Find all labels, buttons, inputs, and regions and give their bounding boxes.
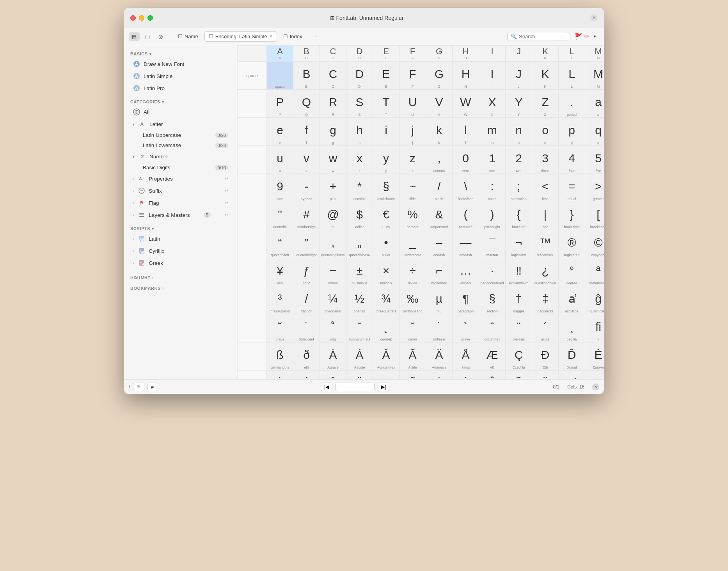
glyph-cell[interactable]: ŁLslash (373, 371, 400, 379)
glyph-cell[interactable]: vv (293, 146, 320, 174)
glyph-cell[interactable]: ‐hyphen (293, 174, 320, 202)
glyph-cell[interactable]: :colon (479, 174, 506, 202)
glyph-cell[interactable]: EE (373, 62, 400, 90)
glyph-cell[interactable]: ,comma (426, 146, 453, 174)
glyph-cell[interactable]: uu (267, 146, 293, 174)
glyph-cell[interactable]: ÔOcircumflex (479, 371, 506, 379)
glyph-cell[interactable]: ¬logicalnot (506, 230, 532, 258)
glyph-cell[interactable]: 5five (585, 146, 604, 174)
glyph-cell[interactable]: ;semicolon (506, 174, 532, 202)
glyph-cell[interactable]: ÄAdieresis (426, 342, 453, 371)
glyph-cell[interactable]: µmu (426, 286, 453, 314)
glyph-cell[interactable]: FF (400, 62, 426, 90)
glyph-cell[interactable]: ðeth (293, 342, 320, 371)
glyph-cell[interactable]: ³threesuperior (267, 286, 293, 314)
glyph-cell[interactable]: ×multiply (373, 258, 400, 286)
glyph-cell[interactable]: ¿questiondown (532, 258, 559, 286)
glyph-cell[interactable]: /fraction (293, 286, 320, 314)
sidebar-item-layers-masters[interactable]: › Layers & Masters 5 ↩ (126, 209, 234, 221)
statusbar-close-icon[interactable]: ✕ (592, 383, 599, 390)
glyph-cell[interactable]: ÷divide (400, 258, 426, 286)
sidebar-item-basic-digits[interactable]: Basic Digits 0/10 (126, 163, 234, 172)
glyph-cell[interactable]: ‡daggerdbl (532, 286, 559, 314)
glyph-cell[interactable]: ÀAgrave (320, 342, 346, 371)
glyph-cell[interactable]: PP (267, 90, 293, 118)
glyph-cell[interactable]: †dagger (506, 286, 532, 314)
glyph-cell[interactable]: hh (346, 118, 373, 146)
basics-section-header[interactable]: BASICS ▾ (124, 48, 237, 58)
glyph-cell[interactable]: ÎIcircumflex (320, 371, 346, 379)
bookmarks-section-header[interactable]: BOOKMARKS › (124, 283, 237, 292)
glyph-cell[interactable]: ÍIacute (293, 371, 320, 379)
glyph-cell[interactable]: ÅAring (453, 342, 479, 371)
glyph-cell[interactable]: 2two (506, 146, 532, 174)
glyph-cell[interactable]: 0zero (453, 146, 479, 174)
glyph-cell[interactable]: ”quotedblright (293, 230, 320, 258)
glyph-cell[interactable]: „quotedblbase (346, 230, 373, 258)
sidebar-item-flag[interactable]: › ⚑ Flag ↩ (126, 197, 234, 209)
glyph-cell[interactable]: ÇCcedilla (506, 342, 532, 371)
glyph-cell[interactable]: YY (506, 90, 532, 118)
glyph-cell[interactable]: ™trademark (532, 230, 559, 258)
sidebar-item-all[interactable]: All (126, 106, 234, 118)
glyph-cell[interactable]: SS (346, 90, 373, 118)
glyph-cell[interactable]: ÐEth (532, 342, 559, 371)
comment-button[interactable]: ◎ (155, 32, 166, 41)
sidebar-item-properties[interactable]: › A Properties ↩ (126, 173, 234, 184)
glyph-cell[interactable]: ÓOacute (453, 371, 479, 379)
glyph-cell[interactable]: ±plusminus (346, 258, 373, 286)
glyph-cell[interactable]: (parenleft (453, 202, 479, 230)
sidebar-item-latin-simple[interactable]: A Latin Simple (126, 70, 234, 82)
glyph-cell[interactable]: “quotedblleft (267, 230, 293, 258)
glyph-cell[interactable]: HH (453, 62, 479, 90)
glyph-cell[interactable]: ŒOE (585, 371, 604, 379)
panel-toggle-button[interactable]: ⬚ (142, 32, 153, 41)
glyph-cell[interactable]: ‚quotesinglbase (320, 230, 346, 258)
glyph-cell[interactable]: ¾threequarters (373, 286, 400, 314)
glyph-cell[interactable]: ii (373, 118, 400, 146)
glyph-cell[interactable]: ˇhungarumlaut (346, 314, 373, 342)
glyph-cell[interactable]: ww (320, 146, 346, 174)
glyph-cell[interactable]: ·periodcentered (479, 258, 506, 286)
glyph-cell[interactable]: ¸cedilla (559, 314, 585, 342)
glyph-cell[interactable]: xx (346, 146, 373, 174)
sidebar-item-latin-script[interactable]: › Aa Latin (126, 233, 234, 245)
glyph-cell[interactable]: QQ (293, 90, 320, 118)
nav-start-button[interactable]: |◀ (321, 383, 332, 391)
glyph-cell[interactable]: 9nine (267, 174, 293, 202)
glyph-cell[interactable]: ¨dieresis (506, 314, 532, 342)
tab-encoding-close[interactable]: ✕ (269, 34, 273, 39)
glyph-cell[interactable]: ©copyright (585, 230, 604, 258)
glyph-cell[interactable]: II (479, 62, 506, 90)
glyph-cell[interactable]: 3three (532, 146, 559, 174)
glyph-cell[interactable]: >greater (585, 174, 604, 202)
glyph-cell[interactable]: XX (479, 90, 506, 118)
glyph-cell[interactable]: −minus (320, 258, 346, 286)
glyph-cell[interactable]: space (267, 62, 293, 90)
scripts-section-header[interactable]: SCRIPTS ▾ (124, 223, 237, 232)
flag-status-button[interactable]: ⚑ (133, 383, 144, 391)
glyph-cell[interactable]: &ampersand (426, 202, 453, 230)
glyph-cell[interactable]: ¶paragraph (453, 286, 479, 314)
glyph-cell[interactable]: mm (479, 118, 506, 146)
flag-dropdown-button[interactable]: ▾ (591, 32, 599, 41)
glyph-cell[interactable]: pp (559, 118, 585, 146)
glyph-cell[interactable]: [bracketleft (585, 202, 604, 230)
glyph-cell[interactable]: ÈEgrave (585, 342, 604, 371)
glyph-cell[interactable]: ßgermandbls (267, 342, 293, 371)
glyph-cell[interactable]: CC (320, 62, 346, 90)
glyph-cell[interactable]: {braceleft (506, 202, 532, 230)
nav-slider-button[interactable] (336, 383, 375, 391)
close-button[interactable] (130, 15, 136, 21)
glyph-cell[interactable]: ÖOdieresis (532, 371, 559, 379)
glyph-cell[interactable]: ˙dotlessi (426, 314, 453, 342)
glyph-cell[interactable]: KK (532, 62, 559, 90)
minimize-button[interactable] (139, 15, 144, 21)
glyph-cell[interactable]: UU (400, 90, 426, 118)
glyph-cell[interactable]: $dollar (346, 202, 373, 230)
glyph-cell[interactable]: ¼onequarter (320, 286, 346, 314)
glyph-cell[interactable]: ÆAE (479, 342, 506, 371)
sidebar-item-draw-new-font[interactable]: A Draw a New Font (126, 58, 234, 70)
history-section-header[interactable]: HISTORY › (124, 272, 237, 281)
glyph-cell[interactable]: DD (346, 62, 373, 90)
